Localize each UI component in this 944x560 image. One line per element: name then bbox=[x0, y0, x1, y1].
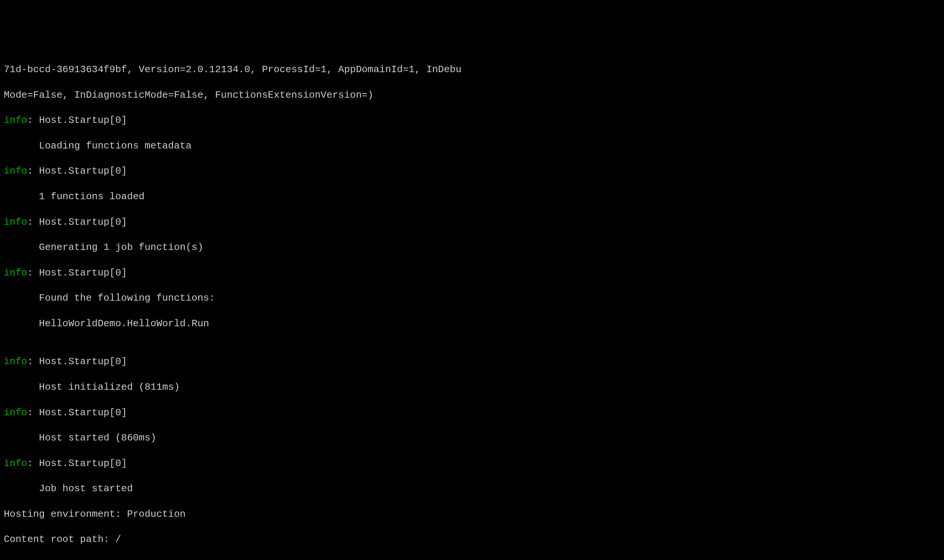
log-level-info: info bbox=[4, 356, 27, 367]
log-source: : Host.Startup[0] bbox=[27, 217, 127, 228]
log-source: : Host.Startup[0] bbox=[27, 165, 127, 177]
log-line-content-root: Content root path: / bbox=[4, 533, 940, 546]
log-text: Generating 1 job function(s) bbox=[4, 242, 204, 253]
log-text: Job host started bbox=[4, 483, 133, 494]
log-text: Found the following functions: bbox=[4, 292, 215, 304]
log-line-message: Job host started bbox=[4, 483, 940, 495]
log-text: Content root path: / bbox=[4, 534, 121, 545]
log-text: 71d-bccd-36913634f9bf, Version=2.0.12134… bbox=[4, 64, 461, 75]
log-line-header-part1: 71d-bccd-36913634f9bf, Version=2.0.12134… bbox=[4, 63, 940, 76]
log-line-message: Found the following functions: bbox=[4, 292, 940, 305]
terminal-output[interactable]: 71d-bccd-36913634f9bf, Version=2.0.12134… bbox=[0, 51, 944, 560]
log-text: Hosting environment: Production bbox=[4, 509, 186, 520]
log-text: Loading functions metadata bbox=[4, 140, 191, 151]
log-source: : Host.Startup[0] bbox=[27, 115, 127, 126]
log-level-info: info bbox=[4, 115, 27, 126]
log-text: Host started (860ms) bbox=[4, 432, 156, 443]
log-line-info-startup: info: Host.Startup[0] bbox=[4, 114, 940, 127]
log-text: Host initialized (811ms) bbox=[4, 382, 180, 393]
log-line-hosting-env: Hosting environment: Production bbox=[4, 508, 940, 521]
log-level-info: info bbox=[4, 407, 27, 418]
log-text: HelloWorldDemo.HelloWorld.Run bbox=[4, 318, 209, 329]
log-line-message: 1 functions loaded bbox=[4, 191, 940, 203]
log-source: : Host.Startup[0] bbox=[27, 407, 127, 418]
log-line-message: Host initialized (811ms) bbox=[4, 381, 940, 394]
log-text: Mode=False, InDiagnosticMode=False, Func… bbox=[4, 89, 373, 101]
log-line-message: Loading functions metadata bbox=[4, 140, 940, 152]
log-line-info-startup: info: Host.Startup[0] bbox=[4, 407, 940, 420]
log-level-info: info bbox=[4, 267, 27, 278]
log-level-info: info bbox=[4, 217, 27, 228]
log-source: : Host.Startup[0] bbox=[27, 356, 127, 367]
log-line-info-startup: info: Host.Startup[0] bbox=[4, 355, 940, 368]
log-level-info: info bbox=[4, 165, 27, 177]
log-line-header-part2: Mode=False, InDiagnosticMode=False, Func… bbox=[4, 89, 940, 102]
log-line-message: Generating 1 job function(s) bbox=[4, 241, 940, 254]
log-text: 1 functions loaded bbox=[4, 191, 144, 202]
log-line-message: Host started (860ms) bbox=[4, 432, 940, 445]
log-line-info-startup: info: Host.Startup[0] bbox=[4, 216, 940, 229]
log-line-function-name: HelloWorldDemo.HelloWorld.Run bbox=[4, 318, 940, 330]
log-source: : Host.Startup[0] bbox=[27, 267, 127, 278]
log-level-info: info bbox=[4, 458, 27, 469]
log-source: : Host.Startup[0] bbox=[27, 458, 127, 469]
log-line-info-startup: info: Host.Startup[0] bbox=[4, 267, 940, 280]
log-line-info-startup: info: Host.Startup[0] bbox=[4, 457, 940, 470]
log-line-info-startup: info: Host.Startup[0] bbox=[4, 165, 940, 178]
